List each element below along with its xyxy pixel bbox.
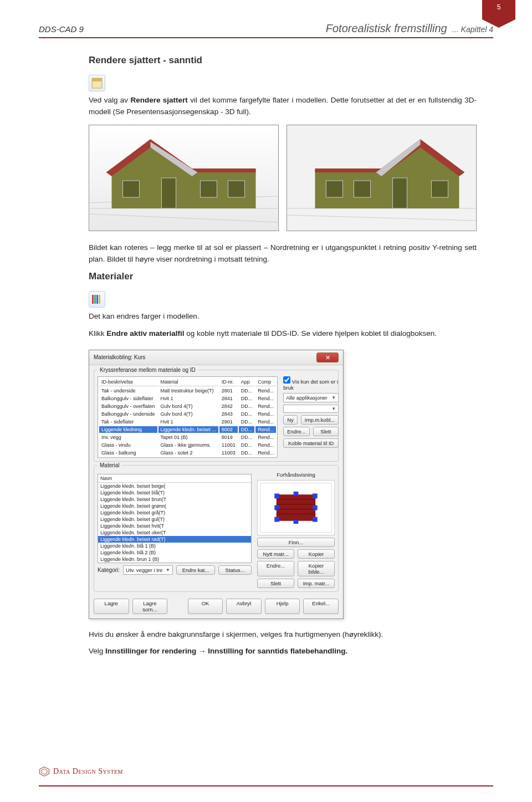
app-combo-2[interactable]: ▼ [283,405,339,413]
svg-rect-26 [92,295,94,304]
table-row[interactable]: Balkonggulv - overflatenGulv bord 4(T)28… [99,403,276,410]
couple-material-button[interactable]: Koble material til ID [283,438,339,448]
list-item[interactable]: Liggende kledn. brun 1 (B) [98,556,251,563]
svg-rect-28 [96,295,98,304]
dialog-title: Materialkobling: Kurs [94,354,145,360]
status-button[interactable]: Status... [218,565,252,575]
list-item[interactable]: Liggende kledn. beiset gul(T) [98,516,251,523]
table-row[interactable]: Glass - vinduGlass - ikke gjennoms.11001… [99,442,276,448]
svg-rect-34 [313,505,318,510]
cancel-button[interactable]: Avbryt [226,599,262,614]
list-item[interactable]: Liggende kledn. beiset oker(T [98,529,251,536]
para-mat-1: Det kan endres farger i modellen. [89,311,477,323]
list-item[interactable]: Liggende kledn. beiset blå(T) [98,489,251,496]
svg-rect-33 [274,505,279,510]
svg-marker-2 [92,78,102,81]
header-rule [39,37,493,38]
svg-rect-31 [274,493,279,498]
category-label: Kategori: [98,567,120,573]
svg-rect-35 [274,517,279,522]
brand-logo-icon [39,766,50,777]
svg-marker-20 [315,168,382,172]
figure-house-left [89,125,279,231]
page-tab: 5 [482,0,515,28]
copy-button[interactable]: Kopier [298,549,335,559]
para-settings-path: Velg Innstillinger for rendering → Innst… [89,646,477,657]
list-item[interactable]: Liggende kledn. blå 2 (B) [98,549,251,556]
list-item[interactable]: Liggende kledn. beiset brun(T [98,496,251,503]
svg-rect-36 [313,517,318,522]
product-name: DDS-CAD 9 [39,24,84,34]
new-material-button[interactable]: Nytt matr... [257,549,294,559]
table-row[interactable]: Inv. veggTapet 01 (B)8019DD...Rend... [99,434,276,441]
crossref-table[interactable]: ID-beskrivelse Material ID-nr. App Comp … [98,376,278,458]
edit-button[interactable]: Endre... [283,427,309,436]
new-button[interactable]: Ny [283,415,298,425]
svg-rect-25 [432,181,448,197]
copy-image-button[interactable]: Kopier bilde... [298,561,335,576]
section-heading-materials: Materialer [89,271,477,282]
list-item[interactable]: Liggende kledn. beiset grå(T) [98,509,251,516]
find-button[interactable]: Finn... [257,538,335,547]
table-row[interactable]: Tak - sideflaterHvit 12901DD...Rend... [99,418,276,425]
save-as-button[interactable]: Lagre som... [132,599,168,614]
group-material-label: Material [98,462,122,468]
render-shaded-icon [89,75,105,91]
list-item[interactable]: Liggende kledn. beiset grønn( [98,503,251,509]
svg-marker-43 [40,767,49,777]
table-row[interactable]: Glass - balkongGlass - sotet 211003DD...… [99,449,276,456]
delete-button[interactable]: Slett [313,427,339,436]
group-crossref-label: Kryssreferanse mellom materiale og ID [98,367,198,373]
brand-name: Data Design System [53,767,123,776]
list-item[interactable]: Liggende kledn. beiset rød(T) [98,536,251,543]
category-combo[interactable]: Utv. vegger i tre▼ [123,565,173,575]
material-preview [257,480,335,535]
list-item[interactable]: Liggende kledn. blå 1 (B) [98,543,251,549]
material-dialog: Materialkobling: Kurs ✕ Kryssreferanse m… [89,350,344,619]
table-row[interactable]: Balkonggulv - sideflaterHvit 12841DD...R… [99,395,276,402]
page-title: Fotorealistisk fremstilling [326,22,447,34]
import-coupling-button[interactable]: Imp.m.kobl... [301,415,339,425]
figure-house-right [287,125,477,231]
svg-marker-44 [42,769,47,774]
import-material-button[interactable]: Imp. matr... [298,579,335,588]
svg-rect-24 [393,178,407,208]
svg-marker-9 [192,168,256,172]
svg-rect-22 [326,181,343,197]
simple-button[interactable]: Enkel... [303,599,339,614]
table-row[interactable]: Liggende kledningLiggende kledn. beiset … [99,426,276,433]
edit-category-button[interactable]: Endre kat... [176,565,215,575]
table-row[interactable]: Tak - undersideMalt trestruktur beige(T)… [99,387,276,394]
section-heading-render: Rendere sjattert - sanntid [89,55,477,66]
chevron-down-icon: ▼ [331,406,336,411]
list-item[interactable]: Liggende kledn. beiset beige( [98,483,251,489]
table-row[interactable]: Balkonggulv - undersideGulv bord 4(T)284… [99,411,276,417]
svg-rect-38 [294,520,299,524]
show-in-use-checkbox[interactable]: Vis kun det som er i bruk [283,376,339,391]
svg-rect-30 [277,494,315,521]
material-list[interactable]: Navn Liggende kledn. beiset beige(Liggen… [98,474,252,563]
para-rotate-note: Bildet kan roteres – legg merke til at s… [89,242,477,265]
svg-rect-37 [294,491,299,495]
para-render-intro: Ved valg av Rendere sjattert vil det kom… [89,95,477,118]
chevron-down-icon: ▼ [166,568,170,573]
svg-rect-11 [123,181,140,197]
close-button[interactable]: ✕ [316,353,339,362]
svg-rect-29 [99,295,100,304]
list-item[interactable]: Liggende kledn. beiset hvit(T [98,523,251,529]
delete-material-button[interactable]: Slett [257,579,294,588]
edit-material-button[interactable]: Endre... [257,561,294,576]
app-combo[interactable]: Alle applikasjoner▼ [283,393,339,402]
svg-rect-12 [162,178,176,208]
page-footer: Data Design System [39,766,493,780]
help-button[interactable]: Hjelp [265,599,300,614]
svg-rect-27 [94,295,96,304]
chevron-down-icon: ▼ [331,395,336,400]
save-button[interactable]: Lagre [94,599,129,614]
page-number: 5 [482,3,515,11]
page-header: DDS-CAD 9 Fotorealistisk fremstilling ..… [39,22,493,38]
ok-button[interactable]: OK [188,599,223,614]
preview-label: Forhåndsvisning [257,472,335,478]
para-mat-2: Klikk Endre aktiv materialfil og koble n… [89,328,477,340]
para-bgcolor: Hvis du ønsker å endre bakgrunnsfarge i … [89,629,477,641]
